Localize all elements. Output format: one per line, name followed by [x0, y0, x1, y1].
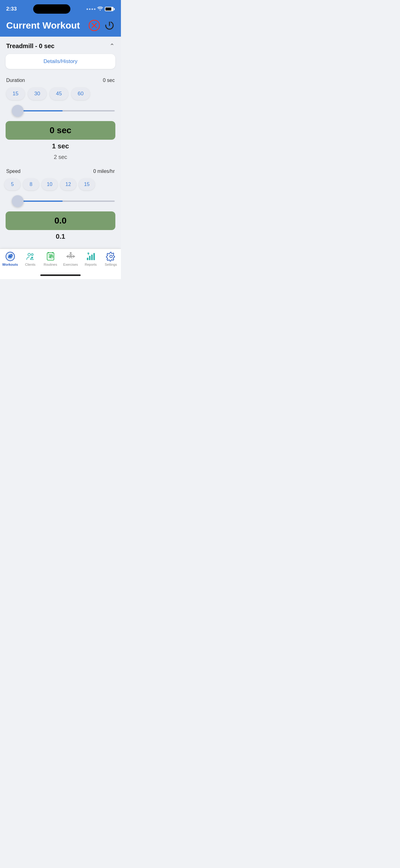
- routines-icon: [45, 251, 56, 261]
- tab-routines-label: Routines: [44, 262, 57, 266]
- duration-picker[interactable]: 0 sec 1 sec 2 sec: [6, 121, 115, 162]
- duration-quick-60[interactable]: 60: [71, 88, 90, 100]
- tab-bar: Workouts Clients: [0, 249, 121, 273]
- speed-slider-thumb[interactable]: [12, 195, 24, 207]
- speed-slider[interactable]: [0, 193, 121, 209]
- exercises-icon: [66, 251, 76, 261]
- status-bar: 2:33: [0, 0, 121, 16]
- main-content: Treadmill - 0 sec ⌃ Details/History Dura…: [0, 37, 121, 249]
- speed-value: 0 miles/hr: [93, 168, 115, 174]
- speed-picker-next1[interactable]: 0.1: [56, 231, 65, 243]
- svg-rect-16: [48, 252, 49, 253]
- duration-quick-45[interactable]: 45: [49, 88, 68, 100]
- tab-settings[interactable]: Settings: [102, 251, 120, 266]
- duration-value: 0 sec: [103, 78, 115, 83]
- svg-rect-17: [52, 252, 53, 253]
- duration-quick-15[interactable]: 15: [6, 88, 25, 100]
- reports-icon: [86, 251, 96, 261]
- speed-quick-8[interactable]: 8: [23, 179, 39, 190]
- speed-quick-buttons: 5 8 10 12 15: [0, 176, 121, 193]
- svg-rect-33: [89, 256, 91, 260]
- duration-picker-next2[interactable]: 2 sec: [54, 153, 67, 162]
- home-bar: [40, 274, 80, 276]
- app-header: Current Workout: [0, 16, 121, 37]
- status-icons: [87, 6, 115, 11]
- speed-quick-10[interactable]: 10: [41, 179, 58, 190]
- svg-rect-35: [93, 253, 95, 260]
- tab-reports[interactable]: Reports: [81, 251, 100, 266]
- power-icon[interactable]: [104, 20, 115, 31]
- workouts-icon: [5, 251, 15, 261]
- speed-picker[interactable]: 0.0 0.1: [6, 211, 115, 243]
- details-btn-label: Details/History: [43, 58, 77, 64]
- svg-point-9: [31, 254, 33, 255]
- duration-picker-next1[interactable]: 1 sec: [52, 140, 69, 152]
- speed-label: Speed: [6, 168, 21, 174]
- duration-quick-30[interactable]: 30: [28, 88, 46, 100]
- svg-point-8: [28, 253, 30, 256]
- duration-slider-thumb[interactable]: [12, 105, 24, 117]
- svg-rect-32: [87, 258, 88, 260]
- speed-slider-fill: [17, 200, 63, 202]
- tab-clients[interactable]: Clients: [21, 251, 40, 266]
- speed-quick-5[interactable]: 5: [4, 179, 21, 190]
- svg-rect-23: [67, 255, 69, 258]
- tab-reports-label: Reports: [85, 262, 97, 266]
- duration-quick-buttons: 15 30 45 60: [0, 85, 121, 103]
- header-icons: [89, 20, 115, 31]
- details-history-button[interactable]: Details/History: [6, 54, 115, 69]
- section-header: Treadmill - 0 sec ⌃: [0, 37, 121, 54]
- tab-routines[interactable]: Routines: [41, 251, 60, 266]
- duration-slider-fill: [17, 110, 63, 112]
- svg-rect-34: [91, 254, 93, 260]
- wifi-icon: [97, 6, 103, 11]
- tab-workouts[interactable]: Workouts: [1, 251, 20, 266]
- battery-icon: [105, 7, 115, 11]
- duration-picker-selected[interactable]: 0 sec: [6, 121, 115, 140]
- duration-label: Duration: [6, 78, 25, 83]
- close-icon[interactable]: [89, 20, 100, 31]
- tab-workouts-label: Workouts: [2, 262, 18, 266]
- speed-quick-15[interactable]: 15: [79, 179, 95, 190]
- tab-exercises[interactable]: Exercises: [61, 251, 80, 266]
- speed-picker-selected[interactable]: 0.0: [6, 211, 115, 230]
- chevron-up-icon[interactable]: ⌃: [109, 42, 115, 50]
- section-title: Treadmill - 0 sec: [6, 42, 55, 50]
- svg-rect-24: [73, 255, 74, 258]
- home-indicator: [0, 273, 121, 279]
- settings-icon: [106, 251, 116, 261]
- status-time: 2:33: [6, 6, 17, 12]
- signal-icon: [87, 8, 96, 10]
- tab-clients-label: Clients: [25, 262, 36, 266]
- duration-field-row: Duration 0 sec: [0, 74, 121, 85]
- tab-settings-label: Settings: [105, 262, 117, 266]
- notch: [33, 4, 70, 14]
- tab-exercises-label: Exercises: [63, 262, 78, 266]
- duration-slider[interactable]: [0, 103, 121, 119]
- speed-field-row: Speed 0 miles/hr: [0, 165, 121, 176]
- page-title: Current Workout: [6, 20, 80, 31]
- clients-icon: [26, 251, 35, 261]
- speed-quick-12[interactable]: 12: [60, 179, 76, 190]
- svg-point-39: [110, 255, 112, 258]
